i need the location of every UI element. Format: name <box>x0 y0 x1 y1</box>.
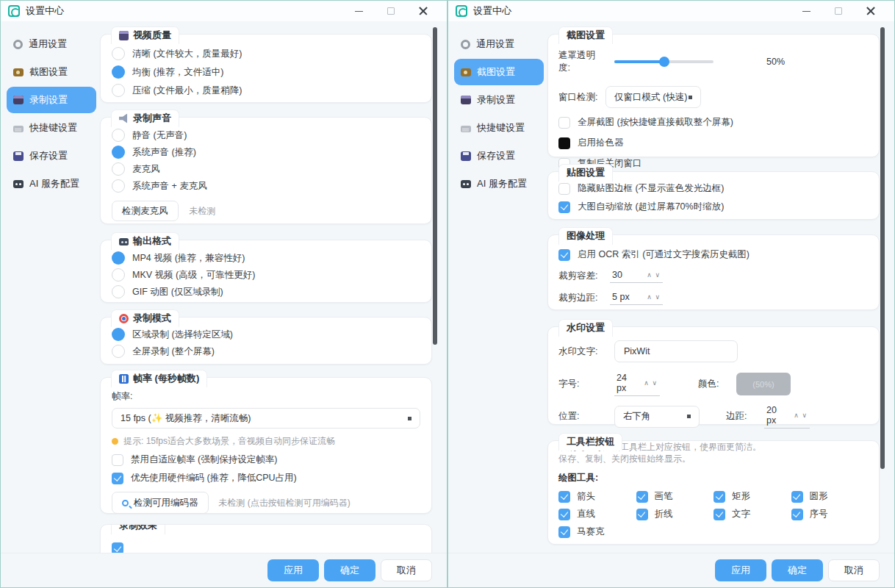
apply-button[interactable]: 应用 <box>715 559 766 581</box>
checkbox-tool-number[interactable]: 序号 <box>791 508 869 520</box>
sidebar-item-hotkeys[interactable]: 快捷键设置 <box>454 117 544 139</box>
sidebar-item-ai[interactable]: AI 服务配置 <box>454 173 544 195</box>
radio-icon[interactable] <box>112 162 125 176</box>
sidebar-item-recording[interactable]: 录制设置 <box>454 89 544 111</box>
checkbox-tool-circle[interactable]: 圆形 <box>791 490 869 503</box>
checkbox-hide-pin-border[interactable]: 隐藏贴图边框 (不显示蓝色发光边框) <box>558 182 869 195</box>
checkbox-tool-mosaic[interactable]: 马赛克 <box>558 526 636 538</box>
ok-button[interactable]: 确定 <box>324 559 375 581</box>
watermark-text-input[interactable]: PixWit <box>614 340 738 362</box>
radio-sound-system-mic[interactable]: 系统声音 + 麦克风 <box>112 179 420 193</box>
radio-sound-mute[interactable]: 静音 (无声音) <box>112 129 420 142</box>
radio-icon[interactable] <box>112 129 125 142</box>
close-button[interactable] <box>407 1 439 21</box>
apply-button[interactable]: 应用 <box>267 559 319 581</box>
scrollbar-thumb[interactable] <box>433 27 437 345</box>
magnifier-icon <box>122 500 129 506</box>
radio-sound-mic[interactable]: 麦克风 <box>112 162 420 176</box>
checkbox-tool-text[interactable]: 文字 <box>714 508 791 520</box>
sidebar-item-screenshot[interactable]: 截图设置 <box>7 61 96 83</box>
checkbox-checked-icon[interactable] <box>558 491 570 503</box>
radio-mode-region[interactable]: 区域录制 (选择特定区域) <box>112 328 420 341</box>
checkbox-checked-icon[interactable] <box>636 491 648 503</box>
radio-checked-icon[interactable] <box>112 65 125 79</box>
checkbox-icon[interactable] <box>558 183 570 195</box>
spinner-arrows-icon[interactable]: ∧ ∨ <box>647 271 661 279</box>
detect-encoder-button[interactable]: 检测可用编码器 <box>112 492 209 514</box>
color-swatch-button[interactable]: (50%) <box>736 373 791 395</box>
radio-quality-balanced[interactable]: 均衡 (推荐，文件适中) <box>112 65 420 79</box>
radio-format-mkv[interactable]: MKV 视频 (高级，可靠性更好) <box>112 268 420 282</box>
cancel-button[interactable]: 取消 <box>381 559 432 581</box>
sidebar-item-hotkeys[interactable]: 快捷键设置 <box>7 117 96 139</box>
sidebar-item-save[interactable]: 保存设置 <box>7 145 96 167</box>
framerate-select[interactable]: 15 fps (✨ 视频推荐，清晰流畅) <box>112 408 420 429</box>
checkbox-disable-adaptive[interactable]: 禁用自适应帧率 (强制保持设定帧率) <box>112 453 420 466</box>
checkbox-tool-rectangle[interactable]: 矩形 <box>714 490 791 503</box>
window-detect-select[interactable]: 仅窗口模式 (快速) <box>605 86 701 108</box>
radio-icon[interactable] <box>112 285 125 298</box>
radio-icon[interactable] <box>112 345 125 358</box>
sidebar-item-general[interactable]: 通用设置 <box>7 33 96 55</box>
position-select[interactable]: 右下角 <box>614 406 700 428</box>
checkbox-black-icon[interactable] <box>558 137 570 149</box>
checkbox-checked-icon[interactable] <box>558 201 570 213</box>
checkbox-icon[interactable] <box>558 117 570 129</box>
margin-spinner[interactable]: 20 px ∧ ∨ <box>764 404 810 429</box>
minimize-button[interactable] <box>790 1 822 21</box>
checkbox-tool-line[interactable]: 直线 <box>558 508 636 520</box>
checkbox-tool-pen[interactable]: 画笔 <box>636 490 714 503</box>
checkbox-checked-icon[interactable] <box>791 491 803 503</box>
checkbox-auto-scale[interactable]: 大图自动缩放 (超过屏幕70%时缩放) <box>558 201 869 213</box>
checkbox-checked-icon[interactable] <box>636 509 648 520</box>
radio-format-mp4[interactable]: MP4 视频 (推荐，兼容性好) <box>112 251 420 265</box>
radio-icon[interactable] <box>112 47 125 60</box>
sidebar-item-recording[interactable]: 录制设置 <box>7 87 96 113</box>
radio-checked-icon[interactable] <box>112 251 125 265</box>
sidebar-item-general[interactable]: 通用设置 <box>454 33 544 55</box>
scrollbar-thumb[interactable] <box>880 27 885 469</box>
sidebar-item-save[interactable]: 保存设置 <box>454 145 544 167</box>
ok-button[interactable]: 确定 <box>772 559 823 581</box>
spinner-arrows-icon[interactable]: ∧ ∨ <box>794 412 808 419</box>
checkbox-checked-icon[interactable] <box>112 473 123 484</box>
spinner-arrows-icon[interactable]: ∧ ∨ <box>644 379 658 387</box>
radio-icon[interactable] <box>112 84 125 97</box>
sidebar-item-screenshot[interactable]: 截图设置 <box>454 59 544 85</box>
crop-margin-spinner[interactable]: 5 px ∧ ∨ <box>610 291 663 305</box>
radio-icon[interactable] <box>112 179 125 193</box>
checkbox-checked-icon[interactable] <box>714 491 725 503</box>
slider-thumb[interactable] <box>659 57 669 67</box>
maximize-button[interactable] <box>375 1 407 21</box>
checkbox-checked-icon[interactable] <box>714 509 725 520</box>
checkbox-tool-polyline[interactable]: 折线 <box>636 508 714 520</box>
close-button[interactable] <box>855 1 887 21</box>
radio-checked-icon[interactable] <box>112 146 125 159</box>
cancel-button[interactable]: 取消 <box>828 559 880 581</box>
spinner-arrows-icon[interactable]: ∧ ∨ <box>647 293 661 301</box>
sidebar-item-ai[interactable]: AI 服务配置 <box>7 173 96 195</box>
radio-mode-fullscreen[interactable]: 全屏录制 (整个屏幕) <box>112 345 420 358</box>
checkbox-ocr-index[interactable]: 启用 OCR 索引 (可通过文字搜索历史截图) <box>558 248 869 261</box>
minimize-button[interactable] <box>342 1 375 21</box>
radio-sound-system[interactable]: 系统声音 (推荐) <box>112 146 420 159</box>
checkbox-icon[interactable] <box>112 454 123 466</box>
radio-quality-clear[interactable]: 清晰 (文件较大，质量最好) <box>112 47 420 60</box>
radio-format-gif[interactable]: GIF 动图 (仅区域录制) <box>112 285 420 298</box>
radio-quality-compress[interactable]: 压缩 (文件最小，质量稍降) <box>112 84 420 97</box>
radio-checked-icon[interactable] <box>112 328 125 341</box>
checkbox-checked-icon[interactable] <box>558 249 570 261</box>
radio-icon[interactable] <box>112 268 125 282</box>
checkbox-checked-icon[interactable] <box>558 509 570 520</box>
checkbox-hardware-encode[interactable]: 优先使用硬件编码 (推荐，降低CPU占用) <box>112 472 420 484</box>
checkbox-checked-icon[interactable] <box>558 526 570 538</box>
maximize-button[interactable] <box>822 1 855 21</box>
checkbox-fullscreen-capture[interactable]: 全屏截图 (按快捷键直接截取整个屏幕) <box>558 116 869 129</box>
checkbox-tool-arrow[interactable]: 箭头 <box>558 490 636 503</box>
checkbox-checked-icon[interactable] <box>791 509 803 520</box>
mask-opacity-slider[interactable] <box>614 60 714 63</box>
detect-mic-button[interactable]: 检测麦克风 <box>112 201 179 221</box>
crop-tolerance-spinner[interactable]: 30 ∧ ∨ <box>610 269 663 283</box>
font-size-spinner[interactable]: 24 px ∧ ∨ <box>614 372 660 396</box>
checkbox-color-picker[interactable]: 启用拾色器 <box>558 137 869 149</box>
